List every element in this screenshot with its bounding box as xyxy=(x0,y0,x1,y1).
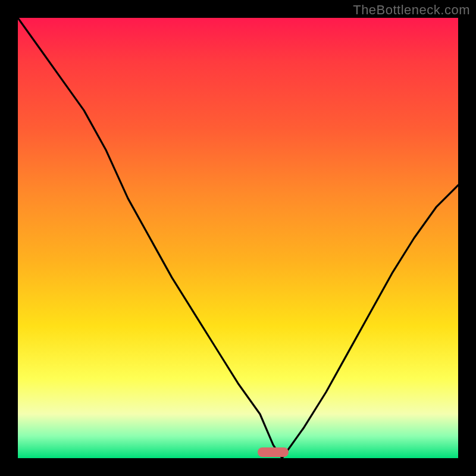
bottleneck-curve xyxy=(18,18,458,458)
chart-frame: TheBottleneck.com xyxy=(0,0,476,476)
optimal-range-marker xyxy=(258,447,289,457)
plot-area xyxy=(18,18,458,458)
watermark-text: TheBottleneck.com xyxy=(353,2,470,18)
